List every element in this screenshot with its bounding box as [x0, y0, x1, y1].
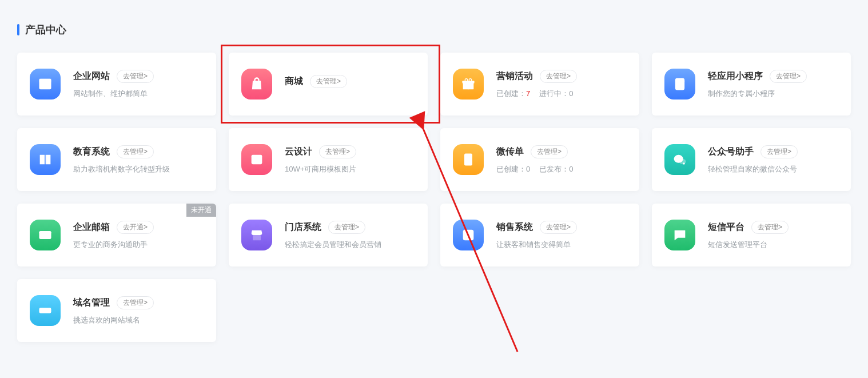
card-store[interactable]: 门店系统 去管理> 轻松搞定会员管理和会员营销 — [229, 204, 428, 266]
card-title: 域名管理 — [73, 297, 110, 309]
svg-point-3 — [43, 79, 45, 81]
section-title-text: 产品中心 — [25, 23, 66, 37]
svg-text:W.: W. — [41, 309, 47, 314]
wechat-icon — [664, 144, 695, 175]
not-open-badge: 未开通 — [186, 204, 216, 217]
list-icon — [453, 220, 484, 250]
svg-point-18 — [679, 159, 686, 164]
card-desc: 轻松搞定会员管理和会员营销 — [285, 240, 415, 250]
card-sales[interactable]: 销售系统 去管理> 让获客和销售变得简单 — [440, 204, 639, 266]
activate-button[interactable]: 去开通> — [117, 221, 154, 234]
card-sms[interactable]: 短信平台 去管理> 短信发送管理平台 — [652, 204, 851, 266]
card-desc: 网站制作、维护都简单 — [73, 89, 204, 99]
shopping-bag-icon — [241, 69, 272, 100]
accent-bar — [17, 24, 19, 35]
mail-icon — [30, 220, 61, 250]
card-desc: 制作您的专属小程序 — [708, 89, 838, 99]
svg-rect-15 — [465, 156, 471, 157]
chat-icon — [664, 220, 695, 250]
manage-button[interactable]: 去管理> — [310, 75, 347, 88]
manage-button[interactable]: 去管理> — [761, 145, 798, 158]
manage-button[interactable]: 去管理> — [540, 70, 577, 83]
svg-rect-25 — [465, 238, 469, 239]
manage-button[interactable]: 去管理> — [117, 145, 154, 158]
card-title: 商城 — [285, 75, 303, 87]
svg-rect-11 — [45, 155, 46, 164]
book-icon — [30, 144, 61, 175]
svg-point-10 — [680, 79, 684, 83]
section-header: 产品中心 — [17, 23, 851, 37]
card-mp[interactable]: 公众号助手 去管理> 轻松管理自家的微信公众号 — [652, 128, 851, 191]
gift-icon — [453, 69, 484, 100]
svg-rect-26 — [676, 233, 683, 234]
svg-point-19 — [683, 162, 685, 165]
card-title: 企业邮箱 — [73, 221, 110, 233]
manage-button[interactable]: 去管理> — [328, 221, 365, 234]
svg-rect-20 — [39, 231, 51, 239]
domain-icon: W. — [30, 295, 61, 326]
product-grid: 企业网站 去管理> 网站制作、维护都简单 商城 去管理> — [17, 53, 851, 342]
card-mail[interactable]: 未开通 企业邮箱 去开通> 更专业的商务沟通助手 — [17, 204, 216, 266]
card-title: 营销活动 — [496, 70, 533, 82]
card-title: 公众号助手 — [708, 146, 754, 158]
manage-button[interactable]: 去管理> — [531, 145, 568, 158]
card-stats: 已创建：0已发布：0 — [496, 164, 627, 174]
card-stats: 已创建：7进行中：0 — [496, 89, 627, 99]
manage-button[interactable]: 去管理> — [117, 70, 154, 83]
flyer-icon — [453, 144, 484, 175]
card-design[interactable]: 云设计 去管理> 10W+可商用模板图片 — [229, 128, 428, 191]
svg-rect-16 — [465, 158, 471, 160]
card-title: 轻应用小程序 — [708, 70, 763, 82]
card-domain[interactable]: W. 域名管理 去管理> 挑选喜欢的网站域名 — [17, 279, 216, 342]
browser-icon — [30, 69, 61, 100]
card-title: 销售系统 — [496, 221, 533, 233]
card-desc: 轻松管理自家的微信公众号 — [708, 164, 838, 174]
card-desc: 让获客和销售变得简单 — [496, 240, 627, 250]
svg-point-2 — [41, 79, 42, 81]
card-desc: 10W+可商用模板图片 — [285, 164, 415, 174]
card-desc: 短信发送管理平台 — [708, 240, 838, 250]
manage-button[interactable]: 去管理> — [540, 221, 577, 234]
card-marketing[interactable]: 营销活动 去管理> 已创建：7进行中：0 — [440, 53, 639, 116]
card-title: 企业网站 — [73, 70, 110, 82]
card-flyer[interactable]: 微传单 去管理> 已创建：0已发布：0 — [440, 128, 639, 191]
card-title: 云设计 — [285, 146, 312, 158]
svg-rect-6 — [468, 81, 469, 89]
image-icon — [241, 144, 272, 175]
svg-rect-24 — [465, 235, 472, 236]
card-title: 短信平台 — [708, 221, 744, 233]
miniapp-icon — [664, 69, 695, 100]
card-desc: 挑选喜欢的网站域名 — [73, 315, 204, 325]
svg-rect-23 — [465, 232, 472, 233]
manage-button[interactable]: 去管理> — [319, 145, 356, 158]
card-title: 门店系统 — [285, 221, 321, 233]
manage-button[interactable]: 去管理> — [117, 296, 154, 309]
svg-rect-1 — [39, 79, 51, 82]
manage-button[interactable]: 去管理> — [770, 70, 807, 83]
store-icon — [241, 220, 272, 250]
card-miniapp[interactable]: 轻应用小程序 去管理> 制作您的专属小程序 — [652, 53, 851, 116]
card-website[interactable]: 企业网站 去管理> 网站制作、维护都简单 — [17, 53, 216, 116]
card-desc: 更专业的商务沟通助手 — [73, 240, 204, 250]
svg-rect-21 — [253, 235, 261, 240]
card-title: 教育系统 — [73, 146, 110, 158]
card-mall[interactable]: 商城 去管理> — [229, 53, 428, 116]
card-edu[interactable]: 教育系统 去管理> 助力教培机构数字化转型升级 — [17, 128, 216, 191]
card-title: 微传单 — [496, 146, 524, 158]
svg-point-13 — [253, 157, 256, 160]
manage-button[interactable]: 去管理> — [751, 221, 789, 234]
card-desc: 助力教培机构数字化转型升级 — [73, 164, 204, 174]
